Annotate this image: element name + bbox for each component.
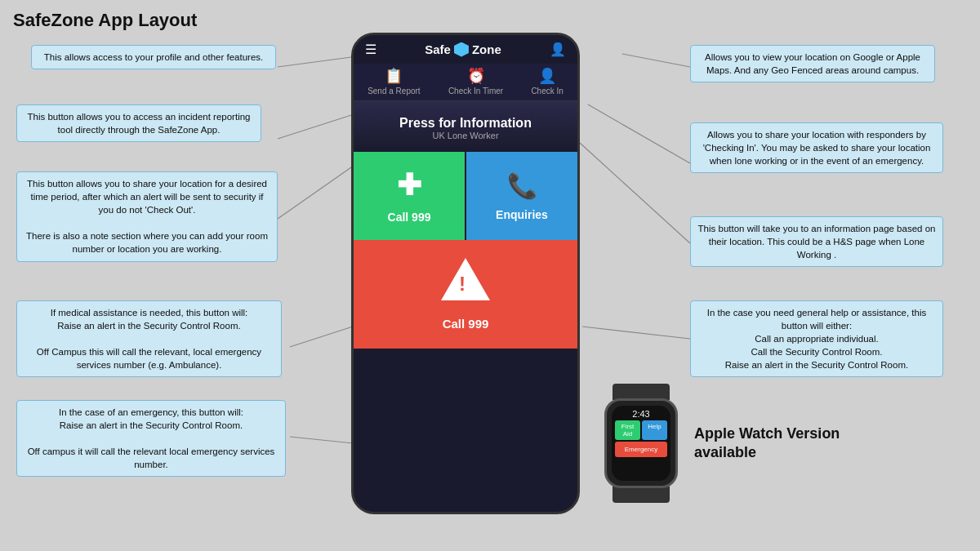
exclamation-icon: ! [459,273,466,295]
tab-check-in-timer[interactable]: ⏰ Check In Timer [448,67,503,96]
enquiries-label: Enquiries [496,208,548,221]
enquiries-button[interactable]: 📞 Enquiries [466,152,577,240]
svg-line-7 [582,327,690,339]
annotation-hamburger: This allows access to your profile and o… [31,45,276,69]
tab-check-in-timer-label: Check In Timer [448,87,503,96]
phone-handset-icon: 📞 [507,171,537,200]
watch-title-area: Apple Watch Version available [694,424,840,463]
watch-help-button[interactable]: Help [642,420,667,440]
phone-nav: 📋 Send a Report ⏰ Check In Timer 👤 Check… [354,64,577,101]
watch-first-aid-button[interactable]: First Aid [615,420,640,440]
page-title: SafeZone App Layout [13,10,197,31]
press-for-info-title: Press for Information [362,116,569,131]
annotation-send-report: This button allows you to access an inci… [16,104,261,142]
svg-line-5 [580,143,690,243]
press-for-info-sub: UK Lone Worker [362,131,569,140]
hamburger-icon[interactable]: ☰ [365,42,376,57]
logo-text-safe: Safe [425,42,451,56]
svg-line-4 [588,104,690,163]
watch-emergency-button[interactable]: Emergency [615,442,667,457]
call-999-red-label: Call 999 [443,317,489,331]
press-info-section[interactable]: Press for Information UK Lone Worker [354,101,577,152]
phone-header: ☰ Safe Zone 👤 [354,35,577,64]
logo-text-zone: Zone [472,42,501,56]
tab-send-report[interactable]: 📋 Send a Report [368,67,421,96]
watch-title-line2: available [694,443,840,462]
check-in-timer-icon: ⏰ [467,67,485,85]
annotation-profile: Allows you to view your location on Goog… [690,45,935,82]
annotation-call-999-red: In the case of an emergency, this button… [16,400,286,477]
annotation-check-in: Allows you to share your location with r… [690,122,943,173]
tab-send-report-label: Send a Report [368,87,421,96]
watch-container: 2:43 First Aid Help Emergency Apple Watc… [604,384,840,503]
profile-icon[interactable]: 👤 [550,42,566,57]
svg-line-1 [622,54,690,67]
phone-buttons-grid: ✚ Call 999 📞 Enquiries [354,152,577,240]
plus-icon: ✚ [397,168,421,202]
annotation-press-info: This button will take you to an informat… [690,216,943,267]
watch-body: 2:43 First Aid Help Emergency [604,398,678,488]
warning-triangle-icon: ! [441,258,490,300]
tab-check-in-label: Check In [531,87,563,96]
watch-buttons-grid: First Aid Help [615,420,667,440]
svg-line-6 [290,327,353,347]
send-report-icon: 📋 [385,67,403,85]
app-logo: Safe Zone [425,42,501,57]
tab-check-in[interactable]: 👤 Check In [531,67,563,96]
watch-title-line1: Apple Watch Version [694,424,840,443]
watch-strap-bottom [612,487,670,503]
watch-time: 2:43 [615,409,667,420]
annotation-enquiries: In the case you need general help or ass… [690,300,943,377]
annotation-call-999-green: If medical assistance is needed, this bu… [16,300,282,377]
check-in-icon: 👤 [538,67,556,85]
call-999-green-label: Call 999 [388,211,431,224]
annotation-check-in-timer: This button allows you to share your loc… [16,171,278,262]
phone-mockup: ☰ Safe Zone 👤 📋 Send a Report ⏰ Check In… [351,33,580,514]
shield-icon [454,42,469,57]
watch-strap-top [612,384,670,400]
call-999-green-button[interactable]: ✚ Call 999 [354,152,465,240]
watch-screen: 2:43 First Aid Help Emergency [612,406,670,481]
call-999-red-button[interactable]: ! Call 999 [354,240,577,349]
